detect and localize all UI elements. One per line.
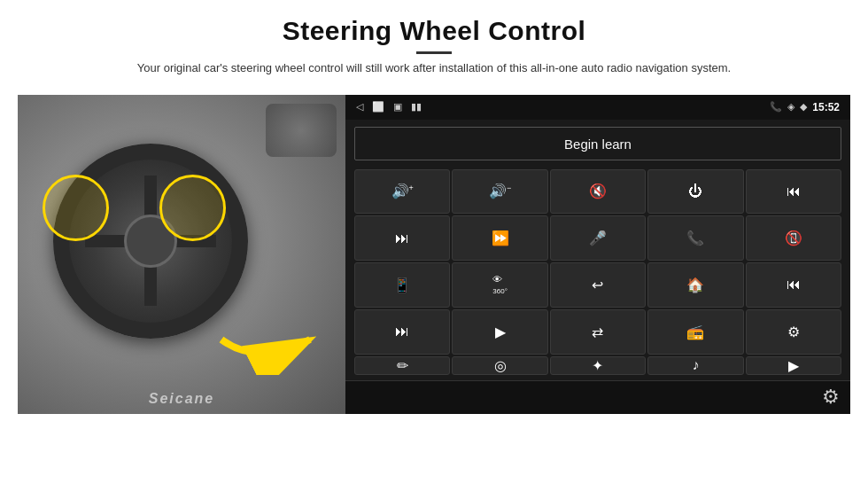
phone-status-icon: 📞 bbox=[770, 101, 782, 113]
title-section: Steering Wheel Control Your original car… bbox=[137, 16, 731, 88]
title-divider bbox=[416, 51, 452, 54]
vol-mute-icon: 🔇 bbox=[589, 183, 607, 199]
page-container: Steering Wheel Control Your original car… bbox=[0, 0, 868, 484]
skip-back-icon: ⏮ bbox=[787, 277, 801, 293]
ctrl-vol-up[interactable]: 🔊+ bbox=[354, 169, 450, 215]
ctrl-swap[interactable]: ⇄ bbox=[550, 309, 646, 355]
content-row: Seicane ◁ ⬜ ▣ ▮▮ 📞 ◈ ◆ 15:52 bbox=[18, 95, 850, 414]
ctrl-vol-down[interactable]: 🔊− bbox=[452, 169, 547, 215]
ctrl-eq[interactable]: ⚙ bbox=[746, 309, 841, 355]
wifi-status-icon: ◈ bbox=[787, 101, 794, 113]
ctrl-skip-fwd[interactable]: ⏭ bbox=[354, 309, 450, 355]
status-bar-left: ◁ ⬜ ▣ ▮▮ bbox=[356, 101, 422, 113]
ctrl-circle[interactable]: ◎ bbox=[452, 356, 547, 375]
skip-fwd-icon: ⏭ bbox=[395, 324, 409, 340]
location-status-icon: ◆ bbox=[800, 101, 807, 113]
music-icon: ♪ bbox=[692, 357, 699, 373]
gear-footer: ⚙ bbox=[345, 380, 850, 414]
settings-gear-button[interactable]: ⚙ bbox=[822, 386, 840, 409]
circle-icon: ◎ bbox=[494, 357, 507, 374]
signal-icon: ▮▮ bbox=[411, 101, 422, 113]
radio-icon: 📻 bbox=[686, 324, 704, 340]
mode-icon: 📱 bbox=[393, 277, 411, 293]
begin-learn-row: Begin learn bbox=[345, 120, 850, 168]
vol-down-icon: 🔊− bbox=[489, 183, 511, 199]
phone-icon: 📞 bbox=[686, 230, 704, 246]
watermark: Seicane bbox=[149, 391, 214, 407]
ctrl-mic[interactable]: 🎤 bbox=[550, 215, 646, 261]
ctrl-back[interactable]: ↩ bbox=[550, 262, 646, 308]
ctrl-360[interactable]: 👁360° bbox=[452, 262, 547, 308]
prev-track-icon: ⏮ bbox=[787, 183, 801, 199]
ctrl-nav[interactable]: ▶ bbox=[452, 309, 547, 355]
home-nav-icon: 🏠 bbox=[686, 277, 704, 293]
status-time: 15:52 bbox=[812, 101, 840, 113]
360-icon: 👁360° bbox=[492, 274, 508, 295]
ctrl-skip-back[interactable]: ⏮ bbox=[746, 262, 841, 308]
audio-bars-icon: ▶ bbox=[788, 357, 799, 374]
ctrl-music[interactable]: ♪ bbox=[647, 356, 743, 375]
ctrl-next-track[interactable]: ⏭ bbox=[354, 215, 450, 261]
ctrl-power[interactable]: ⏻ bbox=[647, 169, 743, 215]
ff-icon: ⏩ bbox=[492, 230, 509, 246]
hang-up-icon: 📵 bbox=[785, 230, 802, 246]
recents-icon[interactable]: ▣ bbox=[393, 101, 402, 113]
ctrl-pen[interactable]: ✏ bbox=[354, 356, 450, 375]
ctrl-ff[interactable]: ⏩ bbox=[452, 215, 547, 261]
ctrl-prev-track[interactable]: ⏮ bbox=[746, 169, 841, 215]
controls-grid: 🔊+ 🔊− 🔇 ⏻ ⏮ ⏭ ⏩ bbox=[345, 168, 850, 380]
home-icon[interactable]: ⬜ bbox=[372, 101, 384, 113]
ctrl-bars[interactable]: ▶ bbox=[746, 356, 841, 375]
page-title: Steering Wheel Control bbox=[137, 16, 731, 46]
highlight-circle-right bbox=[159, 175, 226, 241]
ctrl-mode[interactable]: 📱 bbox=[354, 262, 450, 308]
next-track-icon: ⏭ bbox=[395, 230, 409, 246]
ctrl-phone[interactable]: 📞 bbox=[647, 215, 743, 261]
ctrl-vol-mute[interactable]: 🔇 bbox=[550, 169, 646, 215]
pen-icon: ✏ bbox=[397, 357, 408, 374]
car-image-section: Seicane bbox=[18, 95, 345, 414]
back-nav-icon[interactable]: ◁ bbox=[356, 101, 363, 113]
swap-icon: ⇄ bbox=[592, 324, 603, 340]
arrow-container bbox=[213, 304, 328, 379]
bluetooth-icon: ✦ bbox=[592, 357, 603, 374]
mic-icon: 🎤 bbox=[589, 230, 607, 246]
car-background: Seicane bbox=[18, 95, 345, 414]
highlight-circle-left bbox=[43, 175, 109, 241]
vol-up-icon: 🔊+ bbox=[391, 183, 414, 199]
eq-icon: ⚙ bbox=[787, 324, 800, 340]
nav-icon: ▶ bbox=[495, 324, 506, 340]
power-icon: ⏻ bbox=[688, 183, 702, 199]
page-subtitle: Your original car's steering wheel contr… bbox=[137, 59, 731, 77]
android-screen: ◁ ⬜ ▣ ▮▮ 📞 ◈ ◆ 15:52 Begin learn bbox=[345, 95, 850, 414]
status-bar-right: 📞 ◈ ◆ 15:52 bbox=[770, 101, 840, 113]
ctrl-hang-up[interactable]: 📵 bbox=[746, 215, 841, 261]
direction-arrow bbox=[213, 304, 328, 375]
ctrl-home-nav[interactable]: 🏠 bbox=[647, 262, 743, 308]
status-bar: ◁ ⬜ ▣ ▮▮ 📞 ◈ ◆ 15:52 bbox=[345, 95, 850, 120]
begin-learn-button[interactable]: Begin learn bbox=[354, 127, 841, 160]
dashboard-hint bbox=[266, 104, 337, 157]
ctrl-radio[interactable]: 📻 bbox=[647, 309, 743, 355]
back-icon: ↩ bbox=[592, 277, 603, 293]
ctrl-bluetooth[interactable]: ✦ bbox=[550, 356, 646, 375]
